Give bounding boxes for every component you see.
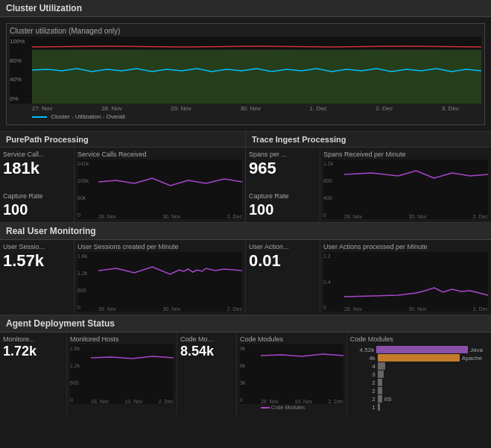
cluster-chart-container: Cluster utilization (Managed only) 100% … bbox=[6, 23, 485, 125]
trace-chart-area bbox=[344, 160, 488, 209]
legend-line-icon bbox=[32, 116, 47, 118]
trace-chart-y: 1.2k 800 400 0 bbox=[323, 160, 344, 219]
bar-fill-1 bbox=[378, 354, 460, 362]
capture-rate2-label: Capture Rate bbox=[249, 192, 317, 200]
purepath-chart-x: 28. Nov 30. Nov 2. Dec bbox=[98, 209, 242, 219]
bar-fill-3 bbox=[378, 370, 384, 378]
agent-label2: Monitored Hosts bbox=[70, 335, 174, 343]
agent-bars-tile: Code Modules 4.52k Java 4k Apache 4 bbox=[347, 332, 491, 415]
bar-row-3: 3 bbox=[353, 370, 485, 378]
trace-metric1: Spans per ... 965 Capture Rate 100 bbox=[246, 148, 320, 222]
bar-fill-0 bbox=[376, 346, 468, 353]
cluster-chart-title: Cluster utilization (Managed only) bbox=[10, 27, 481, 35]
agent-metric3: Code Mo... 8.54k bbox=[177, 332, 237, 415]
rum-chart-tile1: User Sessions created per Minute 1.8k 1.… bbox=[75, 240, 246, 315]
capture-rate1-value: 100 bbox=[3, 201, 71, 218]
cluster-x-labels: 27. Nov 28. Nov 29. Nov 30. Nov 1. Dec 2… bbox=[10, 104, 481, 112]
bar-value-6: 2 bbox=[353, 396, 376, 403]
cluster-y-labels: 100% 80% 40% 0% bbox=[10, 37, 32, 104]
purepath-chart-y: 241k 169k 80k 0 bbox=[77, 160, 98, 219]
agent-metric1: Monitore... 1.72k bbox=[0, 332, 67, 415]
rum-metric3: User Action... 0.01 bbox=[246, 240, 320, 315]
agent-value1: 1.72k bbox=[3, 344, 63, 359]
bar-row-5: 2 bbox=[353, 387, 485, 394]
agent-chart-area1 bbox=[91, 344, 174, 394]
purepath-chart-tile: Service Calls Received 241k 169k 80k 0 bbox=[75, 148, 245, 222]
agent-value3: 8.54k bbox=[180, 344, 233, 359]
capture-rate2-value: 100 bbox=[249, 201, 317, 218]
bar-value-3: 3 bbox=[353, 371, 376, 378]
agent-chart-tile2: Code Modules 9k 6k 3k 0 28. Nov 10. Nov … bbox=[237, 332, 347, 415]
bar-row-4: 2 bbox=[353, 379, 485, 386]
code-modules-bars: 4.52k Java 4k Apache 4 3 bbox=[350, 344, 488, 412]
bar-value-4: 2 bbox=[353, 379, 376, 386]
bar-value-5: 2 bbox=[353, 388, 376, 394]
cluster-legend: Cluster - Utilization - Overall bbox=[10, 112, 481, 122]
cluster-chart-area bbox=[32, 37, 481, 104]
rum-metrics: User Sessio... 1.57k User Sessions creat… bbox=[0, 240, 491, 315]
rum-section: Real User Monitoring User Sessio... 1.57… bbox=[0, 222, 491, 315]
bar-value-0: 4.52k bbox=[353, 347, 374, 353]
capture-rate1-label: Capture Rate bbox=[3, 192, 71, 200]
rum-header: Real User Monitoring bbox=[0, 223, 491, 240]
rum-mini-chart1: 1.8k 1.2k 600 0 28. Nov 30. Nov 2. Dec bbox=[77, 252, 242, 312]
trace-chart-tile: Spans Received per Minute 1.2k 800 400 0 bbox=[320, 148, 491, 222]
rum-label3: User Action... bbox=[249, 243, 317, 250]
cluster-chart: 100% 80% 40% 0% bbox=[10, 37, 481, 104]
purepath-section: PurePath Processing Service Call... 181k… bbox=[0, 132, 246, 222]
agent-chart-area2 bbox=[261, 344, 343, 394]
agent-chart-tile1: Monitored Hosts 1.8k 1.2k 600 0 28. Nov … bbox=[67, 332, 177, 415]
agent-mini-chart2: 9k 6k 3k 0 28. Nov 10. Nov 2. Dec bbox=[240, 344, 343, 404]
bar-name-1: Apache bbox=[462, 355, 482, 362]
bar-value-2: 4 bbox=[353, 363, 376, 370]
bar-fill-6 bbox=[378, 395, 382, 403]
agent-chart-y1: 1.8k 1.2k 600 0 bbox=[70, 344, 91, 404]
bar-value-1: 4k bbox=[353, 355, 376, 362]
rum-value3: 0.01 bbox=[249, 252, 317, 270]
trace-chart-x: 28. Nov 30. Nov 2. Dec bbox=[344, 209, 488, 219]
rum-chart-y1: 1.8k 1.2k 600 0 bbox=[77, 252, 98, 312]
trace-section: Trace Ingest Processing Spans per ... 96… bbox=[246, 132, 491, 222]
purepath-mini-chart: 241k 169k 80k 0 28. Nov 30. Nov 2. Dec bbox=[77, 160, 242, 219]
purepath-label1: Service Call... bbox=[3, 151, 71, 158]
bar-fill-2 bbox=[378, 362, 385, 370]
rum-chart-area2 bbox=[344, 252, 488, 301]
bar-value-7: 1 bbox=[353, 404, 376, 411]
agent-header: Agent Deployment Status bbox=[0, 315, 491, 332]
bar-row-2: 4 bbox=[353, 362, 485, 370]
purepath-value1: 181k bbox=[3, 160, 71, 177]
rum-value1: 1.57k bbox=[3, 252, 71, 270]
bar-name-6: IIS bbox=[384, 396, 399, 403]
cluster-section: Cluster Utilization Cluster utilization … bbox=[0, 0, 491, 131]
agent-section: Agent Deployment Status Monitore... 1.72… bbox=[0, 315, 491, 415]
rum-chart-x2: 28. Nov 30. Nov 2. Dec bbox=[344, 301, 488, 312]
bar-row-0: 4.52k Java bbox=[353, 346, 485, 353]
trace-metrics: Spans per ... 965 Capture Rate 100 Spans… bbox=[246, 148, 491, 222]
bar-row-6: 2 IIS bbox=[353, 395, 485, 403]
purepath-header: PurePath Processing bbox=[0, 132, 245, 148]
agent-bars-label: Code Modules bbox=[350, 335, 488, 343]
agent-grid: Monitore... 1.72k Monitored Hosts 1.8k 1… bbox=[0, 332, 491, 415]
purepath-metrics: Service Call... 181k Capture Rate 100 Se… bbox=[0, 148, 245, 222]
trace-value1: 965 bbox=[249, 160, 317, 177]
purepath-metric1: Service Call... 181k Capture Rate 100 bbox=[0, 148, 75, 222]
rum-metric1: User Sessio... 1.57k bbox=[0, 240, 75, 315]
trace-header: Trace Ingest Processing bbox=[246, 132, 491, 148]
bar-name-0: Java bbox=[470, 347, 485, 353]
rum-label4: User Actions processed per Minute bbox=[323, 243, 488, 250]
cluster-header: Cluster Utilization bbox=[0, 0, 491, 17]
agent-label4: Code Modules bbox=[240, 335, 343, 343]
trace-mini-chart: 1.2k 800 400 0 28. Nov 30. Nov 2. Dec bbox=[323, 160, 488, 219]
rum-mini-chart2: 1.2 0.4 0 28. Nov 30. Nov 2. Dec bbox=[323, 252, 488, 312]
purepath-chart-area bbox=[98, 160, 242, 209]
bar-row-1: 4k Apache bbox=[353, 354, 485, 362]
rum-label2: User Sessions created per Minute bbox=[77, 243, 242, 250]
rum-chart-tile2: User Actions processed per Minute 1.2 0.… bbox=[320, 240, 491, 315]
trace-label1: Spans per ... bbox=[249, 151, 317, 158]
trace-label2: Spans Received per Minute bbox=[323, 151, 488, 158]
agent-label1: Monitore... bbox=[3, 335, 63, 343]
legend-dot bbox=[261, 407, 270, 408]
purepath-label2: Service Calls Received bbox=[77, 151, 242, 158]
bar-fill-4 bbox=[378, 379, 382, 386]
agent-chart-x2: 28. Nov 10. Nov 2. Dec bbox=[261, 394, 343, 404]
